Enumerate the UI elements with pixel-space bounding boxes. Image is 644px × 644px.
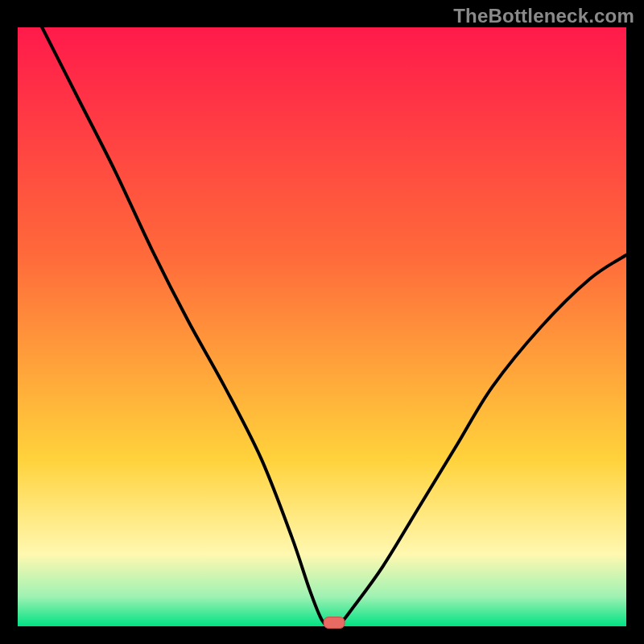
plot-background xyxy=(18,27,626,626)
chart-frame: { "watermark": "TheBottleneck.com", "col… xyxy=(0,0,644,644)
watermark-text: TheBottleneck.com xyxy=(453,5,634,27)
optimal-marker xyxy=(324,617,345,629)
bottleneck-chart xyxy=(0,0,644,644)
